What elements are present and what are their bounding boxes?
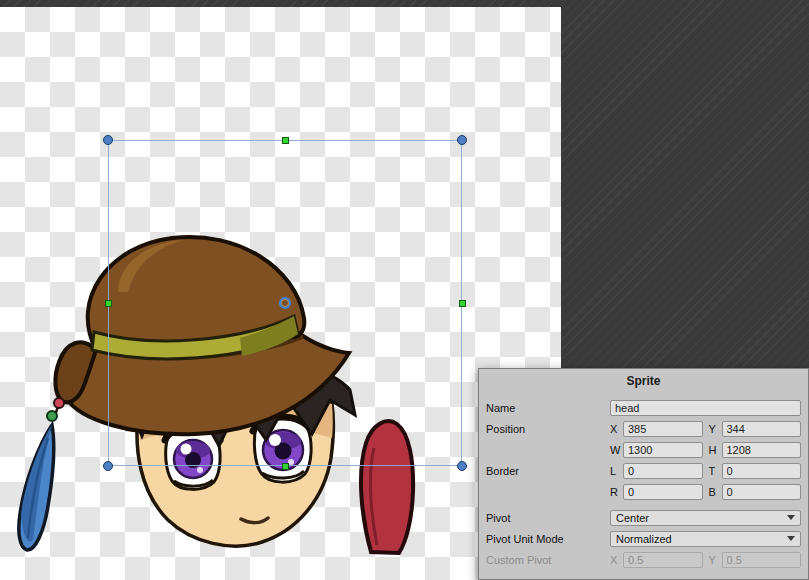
border-label: Border (486, 465, 610, 477)
pivot-dropdown[interactable]: Center (610, 510, 801, 526)
border-r-label: R (610, 486, 623, 498)
custom-pivot-label: Custom Pivot (486, 554, 610, 566)
selection-handle-right-mid[interactable] (459, 300, 466, 307)
selection-handle-bottom-left[interactable] (103, 461, 113, 471)
border-t-label: T (709, 465, 722, 477)
position-y-input[interactable] (722, 421, 802, 437)
position-x-label: X (610, 423, 623, 435)
custom-pivot-y-label: Y (709, 554, 722, 566)
border-row-rb: R B (486, 483, 801, 500)
sprite-editor-canvas[interactable] (0, 7, 561, 580)
border-l-input[interactable] (623, 463, 703, 479)
selection-handle-bottom-mid[interactable] (282, 463, 289, 470)
custom-pivot-row: Custom Pivot X Y (486, 551, 801, 568)
pivot-handle[interactable] (279, 297, 291, 309)
panel-title: Sprite (479, 374, 808, 390)
pivot-unit-mode-label: Pivot Unit Mode (486, 533, 610, 545)
position-x-input[interactable] (623, 421, 703, 437)
selection-handle-top-right[interactable] (457, 135, 467, 145)
pivot-unit-mode-dropdown[interactable]: Normalized (610, 531, 801, 547)
border-t-input[interactable] (722, 463, 802, 479)
position-y-label: Y (709, 423, 722, 435)
border-row-lt: Border L T (486, 462, 801, 479)
bead-green (47, 411, 57, 421)
width-label: W (610, 444, 623, 456)
position-row: Position X Y (486, 420, 801, 437)
custom-pivot-x-input (623, 552, 703, 568)
selection-handle-top-mid[interactable] (282, 137, 289, 144)
pivot-value: Center (616, 512, 649, 524)
pivot-label: Pivot (486, 512, 610, 524)
name-row: Name (486, 399, 801, 416)
border-r-input[interactable] (623, 484, 703, 500)
border-b-label: B (709, 486, 722, 498)
chevron-down-icon (787, 515, 795, 520)
custom-pivot-y-input (722, 552, 802, 568)
bead-red (54, 398, 64, 408)
pivot-row: Pivot Center (486, 509, 801, 526)
custom-pivot-x-label: X (610, 554, 623, 566)
position-label: Position (486, 423, 610, 435)
selection-handle-bottom-right[interactable] (457, 461, 467, 471)
name-label: Name (486, 402, 610, 414)
height-label: H (709, 444, 722, 456)
height-input[interactable] (722, 442, 802, 458)
border-l-label: L (610, 465, 623, 477)
pivot-unit-mode-value: Normalized (616, 533, 672, 545)
selection-handle-left-mid[interactable] (105, 300, 112, 307)
border-b-input[interactable] (722, 484, 802, 500)
sprite-inspector-panel: Sprite Name Position X Y (478, 368, 809, 580)
name-input[interactable] (610, 400, 801, 416)
width-input[interactable] (623, 442, 703, 458)
sprite-editor-window: Sprite Name Position X Y (0, 0, 809, 580)
chevron-down-icon (787, 536, 795, 541)
selection-handle-top-left[interactable] (103, 135, 113, 145)
pivot-unit-mode-row: Pivot Unit Mode Normalized (486, 530, 801, 547)
size-row: W H (486, 441, 801, 458)
